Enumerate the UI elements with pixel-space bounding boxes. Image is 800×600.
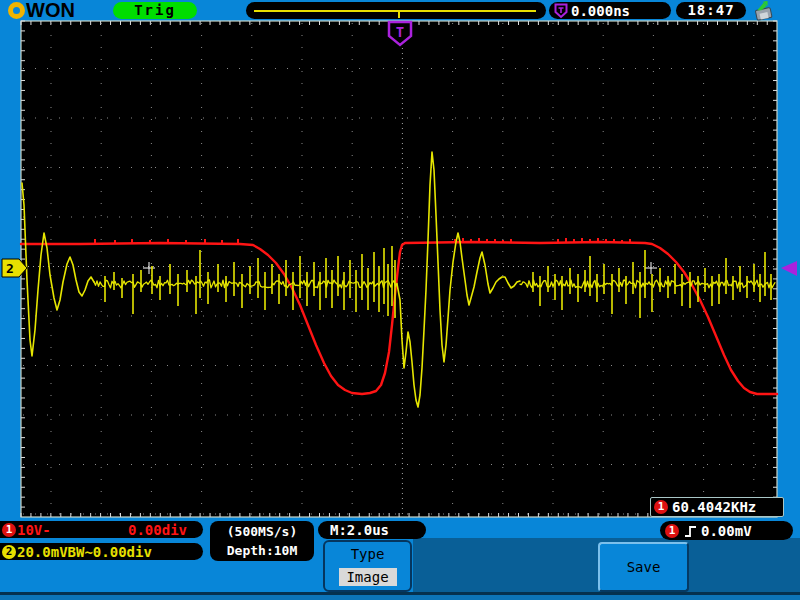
channel-1-badge: 1 xyxy=(2,523,16,537)
rising-edge-icon xyxy=(683,523,698,539)
type-label: Type xyxy=(325,546,410,562)
channel-2-readout: 2 20.0mVBW~0.00div xyxy=(0,543,203,560)
frequency-value: 60.4042KHz xyxy=(672,499,756,515)
channel-2-badge: 2 xyxy=(2,545,16,559)
sample-rate: (500MS/s) xyxy=(210,524,314,539)
memory-position-bar xyxy=(246,2,546,19)
type-softkey-button[interactable]: Type Image xyxy=(323,540,412,592)
channel-2-scale: 20.0mVBW~0.00div xyxy=(17,544,152,560)
channel-1-scale: 10V- xyxy=(17,522,51,538)
logo-text: WON xyxy=(26,0,75,21)
logo-o-ring xyxy=(8,2,25,19)
acquire-info-box: (500MS/s) Depth:10M xyxy=(210,521,314,561)
channel-1-position: 0.00div xyxy=(128,522,187,538)
trigger-level-readout: 1 0.00mV xyxy=(660,521,793,540)
svg-text:2: 2 xyxy=(6,261,14,276)
memory-depth: Depth:10M xyxy=(210,543,314,558)
frequency-counter: 1 60.4042KHz xyxy=(650,497,784,517)
trigger-position-icon xyxy=(554,3,568,19)
trigger-source-badge: 1 xyxy=(665,524,679,538)
trigger-level-value: 0.00mV xyxy=(701,523,752,539)
clock-display: 18:47 xyxy=(676,2,746,19)
timebase-readout: M:2.0us xyxy=(318,521,426,539)
graticule-background xyxy=(21,21,777,517)
type-selected-value[interactable]: Image xyxy=(339,568,397,586)
trigger-offset-value: 0.000ns xyxy=(571,3,630,19)
trigger-status-badge: Trig xyxy=(113,2,197,19)
memory-trigger-tick xyxy=(398,10,400,18)
memory-window-line xyxy=(254,10,536,12)
channel-1-badge: 1 xyxy=(654,500,668,514)
bottom-strip xyxy=(0,595,800,600)
trigger-offset-display: 0.000ns xyxy=(549,2,671,19)
top-status-bar: WON Trig 0.000ns 18:47 xyxy=(0,0,800,21)
channel-1-readout: 1 10V- 0.00div xyxy=(0,521,203,538)
save-softkey-button[interactable]: Save xyxy=(598,542,689,592)
usb-storage-icon xyxy=(751,1,775,21)
brand-logo: WON xyxy=(8,0,75,21)
oscilloscope-screen: T2 WON Trig 0.000ns 18:47 xyxy=(0,0,800,600)
